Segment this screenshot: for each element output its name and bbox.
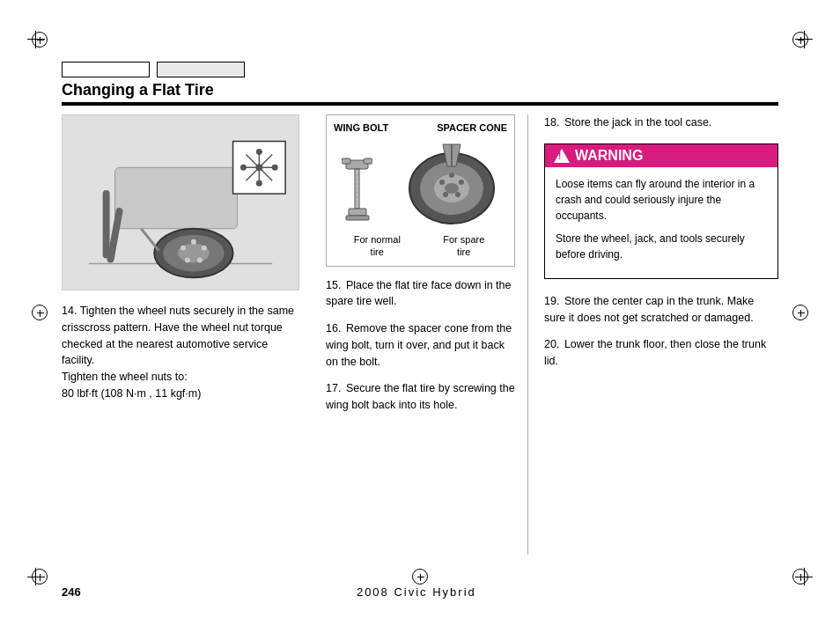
spare-tire-caption: For spare tire [438, 233, 490, 259]
circle-mark-mr [792, 305, 808, 320]
warning-header: WARNING [545, 144, 777, 167]
circle-mark-br [792, 569, 808, 585]
svg-point-46 [443, 192, 448, 197]
right-column: 18. Store the jack in the tool case. WAR… [528, 114, 778, 555]
tab-box-1 [62, 62, 150, 77]
footer-title: 2008 Civic Hybrid [357, 585, 476, 599]
svg-point-21 [256, 180, 262, 187]
step16-text: Remove the spacer cone from the wing bol… [326, 322, 512, 368]
svg-point-12 [181, 246, 186, 251]
step18-number: 18. [544, 116, 559, 129]
svg-rect-36 [346, 216, 369, 220]
svg-point-9 [202, 246, 207, 251]
svg-point-43 [449, 173, 454, 178]
warning-box: WARNING Loose items can fly around the i… [544, 143, 778, 279]
wing-bolt-label: WING BOLT [334, 122, 388, 133]
spare-item [394, 140, 500, 228]
warning-line1: Loose items can fly around the interior … [556, 176, 767, 224]
step16: 16. Remove the spacer cone from the wing… [326, 320, 519, 370]
spare-tire-svg [394, 140, 500, 228]
step20-text: Lower the trunk floor, then close the tr… [544, 338, 766, 367]
step17-number: 17. [326, 382, 341, 394]
svg-point-23 [272, 165, 278, 171]
svg-rect-26 [364, 158, 372, 164]
tab-box-2 [157, 62, 245, 77]
footer: 246 2008 Civic Hybrid [62, 585, 778, 599]
circle-mark-bl [32, 569, 48, 585]
svg-point-11 [185, 258, 190, 263]
step19: 19. Store the center cap in the trunk. M… [544, 293, 778, 327]
page-number: 246 [62, 585, 81, 599]
middle-column: WING BOLT SPACER CONE [317, 114, 528, 555]
diagram-box: WING BOLT SPACER CONE [326, 114, 515, 267]
step20-number: 20. [544, 338, 559, 350]
warning-line2: Store the wheel, jack, and tools securel… [556, 231, 767, 262]
bolt-item [342, 153, 372, 228]
svg-point-45 [455, 192, 461, 197]
circle-mark-tl [32, 32, 48, 48]
diagram-caption: For normal tire For spare tire [334, 233, 507, 259]
step19-number: 19. [544, 295, 559, 307]
tire-illustration [63, 114, 298, 290]
diagram-images [334, 140, 507, 228]
circle-mark-bc [412, 569, 428, 585]
step16-number: 16. [326, 322, 341, 335]
steps-right: 19. Store the center cap in the trunk. M… [544, 293, 778, 370]
diagram-labels: WING BOLT SPACER CONE [334, 122, 507, 133]
step20: 20. Lower the trunk floor, then close th… [544, 336, 778, 370]
step18-text: Store the jack in the tool case. [564, 116, 711, 129]
step18: 18. Store the jack in the tool case. [544, 114, 778, 131]
step15-number: 15. [326, 279, 341, 291]
svg-rect-35 [349, 209, 366, 216]
svg-point-10 [197, 258, 203, 263]
step17-text: Secure the flat tire by screwing the win… [326, 382, 515, 411]
svg-point-47 [439, 180, 445, 185]
normal-tire-caption: For normal tire [350, 233, 403, 259]
warning-title: WARNING [575, 148, 643, 164]
circle-mark-tr [792, 32, 808, 48]
circle-mark-ml [32, 305, 48, 320]
svg-rect-2 [115, 167, 238, 228]
step14-text: 14. Tighten the wheel nuts securely in t… [62, 303, 299, 402]
tab-boxes [62, 62, 778, 77]
header: Changing a Flat Tire [62, 62, 778, 120]
step19-text: Store the center cap in the trunk. Make … [544, 295, 754, 324]
page-title: Changing a Flat Tire [62, 81, 778, 104]
step15: 15. Place the flat tire face down in the… [326, 277, 519, 311]
tire-image [62, 114, 299, 290]
step14-number: 14. [62, 305, 77, 317]
wing-bolt-svg [342, 153, 372, 228]
mid-steps: 15. Place the flat tire face down in the… [326, 277, 519, 414]
left-column: 14. Tighten the wheel nuts securely in t… [62, 114, 317, 555]
svg-point-22 [240, 165, 247, 171]
warning-triangle-icon [554, 149, 570, 163]
main-content: 14. Tighten the wheel nuts securely in t… [62, 114, 778, 555]
step17: 17. Secure the flat tire by screwing the… [326, 380, 519, 414]
svg-point-40 [445, 183, 459, 194]
warning-text: Loose items can fly around the interior … [556, 176, 767, 262]
title-line [62, 104, 778, 106]
svg-point-44 [459, 180, 464, 185]
svg-point-8 [191, 239, 196, 245]
svg-point-20 [256, 149, 262, 155]
spacer-cone-label: SPACER CONE [437, 122, 507, 133]
svg-point-19 [255, 164, 262, 171]
svg-rect-25 [342, 158, 350, 164]
step15-text: Place the flat tire face down in the spa… [326, 279, 512, 308]
step14-container: 14. Tighten the wheel nuts securely in t… [62, 303, 299, 402]
